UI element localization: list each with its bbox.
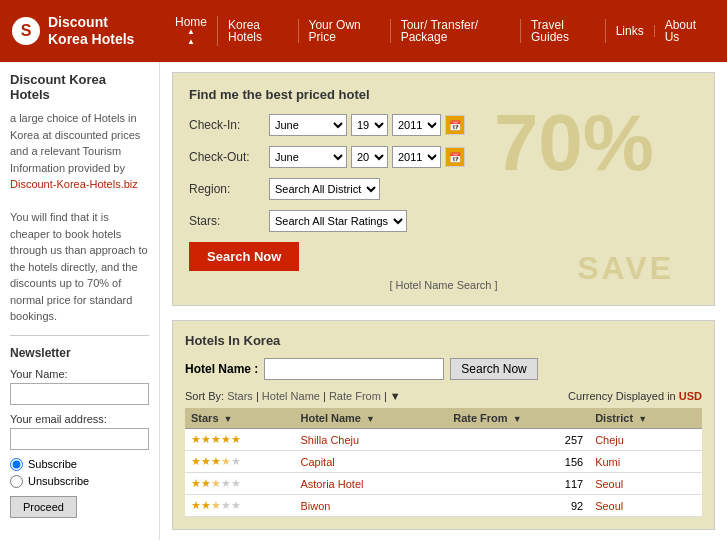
hotel-search-button[interactable]: Search Now xyxy=(450,358,537,380)
hotel-name-link[interactable]: Biwon xyxy=(300,500,330,512)
checkin-month-select[interactable]: June JanuaryFebruaryMarch AprilMayJuly A… xyxy=(269,114,347,136)
nav-about-us[interactable]: About Us xyxy=(655,19,717,43)
checkout-year-select[interactable]: 20112012 xyxy=(392,146,441,168)
hotel-district: Seoul xyxy=(589,473,702,495)
table-header-row: Stars ▼ Hotel Name ▼ Rate From ▼ Distric… xyxy=(185,408,702,429)
home-nav-item: Home ▲ xyxy=(175,16,207,46)
hotel-stars: ★★★★★ xyxy=(185,473,294,495)
currency-value: USD xyxy=(679,390,702,402)
main-layout: Discount Korea Hotels a large choice of … xyxy=(0,62,727,540)
hotel-rate: 156 xyxy=(447,451,589,473)
sidebar-title: Discount Korea Hotels xyxy=(10,72,149,102)
hotels-table: Stars ▼ Hotel Name ▼ Rate From ▼ Distric… xyxy=(185,408,702,517)
checkout-day-select[interactable]: 20 xyxy=(351,146,388,168)
region-label: Region: xyxy=(189,182,269,196)
nav-links[interactable]: Links xyxy=(606,25,655,37)
sort-stars-link[interactable]: Stars xyxy=(227,390,253,402)
hotel-name-link[interactable]: Astoria Hotel xyxy=(300,478,363,490)
main-nav: Home ▲ Korea Hotels Your Own Price Tour/… xyxy=(155,16,727,46)
subscribe-radio[interactable] xyxy=(10,458,23,471)
hotel-name-link[interactable]: Shilla Cheju xyxy=(300,434,359,446)
hotel-name-field-label: Hotel Name : xyxy=(185,362,258,376)
nav-travel-guides[interactable]: Travel Guides xyxy=(521,19,606,43)
hotel-stars: ★★★★★ xyxy=(185,451,294,473)
checkin-label: Check-In: xyxy=(189,118,269,132)
hotel-rate: 257 xyxy=(447,429,589,451)
unsubscribe-radio[interactable] xyxy=(10,475,23,488)
hotel-district: Cheju xyxy=(589,429,702,451)
sidebar-link[interactable]: Discount-Korea-Hotels.biz xyxy=(10,178,138,190)
hotel-name: Biwon xyxy=(294,495,447,517)
hotel-name: Astoria Hotel xyxy=(294,473,447,495)
email-label: Your email address: xyxy=(10,413,149,425)
name-input[interactable] xyxy=(10,383,149,405)
checkout-label: Check-Out: xyxy=(189,150,269,164)
sort-hotel-name-link[interactable]: Hotel Name xyxy=(262,390,320,402)
nav-home[interactable]: Home ▲ xyxy=(165,16,218,46)
hotel-rate: 117 xyxy=(447,473,589,495)
hotel-name-search-input[interactable] xyxy=(264,358,444,380)
checkin-year-select[interactable]: 20112012 xyxy=(392,114,441,136)
hotel-stars: ★★★★★ xyxy=(185,429,294,451)
save-text: SAVE xyxy=(577,250,674,287)
logo-icon: S xyxy=(12,17,40,45)
name-label: Your Name: xyxy=(10,368,149,380)
checkout-calendar-icon[interactable]: 📅 xyxy=(445,147,465,167)
nav-your-own-price[interactable]: Your Own Price xyxy=(299,19,391,43)
nav-tour-transfer[interactable]: Tour/ Transfer/ Package xyxy=(391,19,521,43)
content-area: Find me the best priced hotel 70% SAVE C… xyxy=(160,62,727,540)
stars-select[interactable]: Search All Star Ratings 5 Stars4 Stars3 … xyxy=(269,210,407,232)
hotel-stars: ★★★★★ xyxy=(185,495,294,517)
hotel-search-box: Find me the best priced hotel 70% SAVE C… xyxy=(172,72,715,306)
unsubscribe-option: Unsubscribe xyxy=(10,475,149,488)
sort-rate-link[interactable]: Rate From xyxy=(329,390,381,402)
sidebar-description: a large choice of Hotels in Korea at dis… xyxy=(10,110,149,325)
checkin-selects: June JanuaryFebruaryMarch AprilMayJuly A… xyxy=(269,114,465,136)
checkin-calendar-icon[interactable]: 📅 xyxy=(445,115,465,135)
col-district[interactable]: District ▼ xyxy=(589,408,702,429)
newsletter-section: Newsletter Your Name: Your email address… xyxy=(10,335,149,518)
hotel-name-search-anchor[interactable]: [ Hotel Name Search ] xyxy=(389,279,497,291)
subscribe-group: Subscribe Unsubscribe xyxy=(10,458,149,488)
stars-label: Stars: xyxy=(189,214,269,228)
hotel-district-link[interactable]: Cheju xyxy=(595,434,624,446)
checkout-month-select[interactable]: June JanuaryFebruaryMarch AprilMayJuly A… xyxy=(269,146,347,168)
sort-row: Sort By: Stars | Hotel Name | Rate From … xyxy=(185,390,702,402)
logo-text: Discount Korea Hotels xyxy=(48,14,134,48)
hotel-district-link[interactable]: Kumi xyxy=(595,456,620,468)
stars-row: Stars: Search All Star Ratings 5 Stars4 … xyxy=(189,210,698,232)
hotel-name-search-row: Hotel Name : Search Now xyxy=(185,358,702,380)
proceed-button[interactable]: Proceed xyxy=(10,496,77,518)
hotels-section: Hotels In Korea Hotel Name : Search Now … xyxy=(172,320,715,530)
hotel-district: Seoul xyxy=(589,495,702,517)
logo: S Discount Korea Hotels xyxy=(0,6,155,56)
sidebar: Discount Korea Hotels a large choice of … xyxy=(0,62,160,540)
col-rate[interactable]: Rate From ▼ xyxy=(447,408,589,429)
hotel-district-link[interactable]: Seoul xyxy=(595,478,623,490)
hotel-district-link[interactable]: Seoul xyxy=(595,500,623,512)
table-row: ★★★★★ Biwon 92 Seoul xyxy=(185,495,702,517)
checkin-day-select[interactable]: 19 for(let i=1;i<=31;i++){if(i!==19)docu… xyxy=(351,114,388,136)
subscribe-option: Subscribe xyxy=(10,458,149,471)
hotel-name-link[interactable]: Capital xyxy=(300,456,334,468)
hotels-section-title: Hotels In Korea xyxy=(185,333,702,348)
hotel-name: Shilla Cheju xyxy=(294,429,447,451)
email-input[interactable] xyxy=(10,428,149,450)
header: S Discount Korea Hotels Home ▲ Korea Hot… xyxy=(0,0,727,62)
newsletter-title: Newsletter xyxy=(10,346,149,360)
col-stars[interactable]: Stars ▼ xyxy=(185,408,294,429)
table-row: ★★★★★ Shilla Cheju 257 Cheju xyxy=(185,429,702,451)
hotel-district: Kumi xyxy=(589,451,702,473)
search-now-button[interactable]: Search Now xyxy=(189,242,299,271)
col-hotel-name[interactable]: Hotel Name ▼ xyxy=(294,408,447,429)
discount-percent: 70% xyxy=(494,103,654,183)
hotel-rate: 92 xyxy=(447,495,589,517)
region-select[interactable]: Search All District xyxy=(269,178,380,200)
table-row: ★★★★★ Astoria Hotel 117 Seoul xyxy=(185,473,702,495)
table-row: ★★★★★ Capital 156 Kumi xyxy=(185,451,702,473)
nav-korea-hotels[interactable]: Korea Hotels xyxy=(218,19,299,43)
checkout-selects: June JanuaryFebruaryMarch AprilMayJuly A… xyxy=(269,146,465,168)
hotel-name: Capital xyxy=(294,451,447,473)
